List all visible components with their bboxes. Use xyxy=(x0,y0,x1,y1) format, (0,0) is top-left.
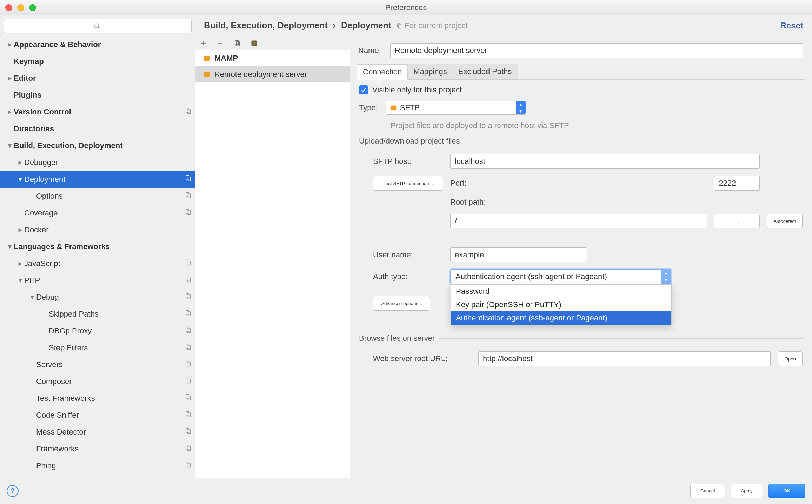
svg-rect-15 xyxy=(187,295,191,299)
test-connection-button[interactable]: Test SFTP connection... xyxy=(373,176,443,191)
server-name-input[interactable] xyxy=(390,43,803,58)
svg-rect-2 xyxy=(186,108,189,113)
window-title: Preferences xyxy=(0,3,812,12)
add-server-button[interactable] xyxy=(198,38,209,48)
sidebar-item-deployment[interactable]: ▼Deployment xyxy=(0,171,195,188)
visible-only-checkbox[interactable] xyxy=(359,85,368,94)
sidebar-item-debugger[interactable]: ►Debugger xyxy=(0,154,195,171)
server-list[interactable]: MAMPRemote deployment server xyxy=(195,50,350,82)
svg-rect-24 xyxy=(186,378,189,382)
sidebar-item-languages-frameworks[interactable]: ▼Languages & Frameworks xyxy=(0,238,195,255)
sidebar-item-label: Editor xyxy=(14,74,192,83)
remove-server-button[interactable] xyxy=(215,38,226,48)
sidebar-item-directories[interactable]: Directories xyxy=(0,120,195,137)
sidebar-item-label: Debugger xyxy=(24,158,192,167)
sidebar-item-label: Options xyxy=(36,192,185,201)
sidebar-item-skipped-paths[interactable]: Skipped Paths xyxy=(0,306,195,323)
autodetect-button[interactable]: Autodetect xyxy=(767,214,803,228)
server-item-label: MAMP xyxy=(214,54,238,63)
sidebar-item-label: JavaScript xyxy=(24,259,185,268)
svg-rect-30 xyxy=(186,429,189,433)
cancel-button[interactable]: Cancel xyxy=(690,484,725,498)
type-select[interactable]: SFTP ▲▼ xyxy=(386,101,526,115)
disclosure-arrow-icon: ► xyxy=(16,260,24,267)
settings-tree[interactable]: ►Appearance & BehaviorKeymap►EditorPlugi… xyxy=(0,36,195,478)
breadcrumb-parent[interactable]: Build, Execution, Deployment xyxy=(204,20,328,30)
port-input[interactable] xyxy=(714,176,760,191)
svg-point-0 xyxy=(94,24,99,28)
sftp-host-input[interactable] xyxy=(450,154,760,169)
tab-connection[interactable]: Connection xyxy=(357,64,408,80)
auth-option-agent[interactable]: Authentication agent (ssh-agent or Pagea… xyxy=(451,311,671,325)
advanced-options-button[interactable]: Advanced options... xyxy=(373,296,430,311)
sidebar-item-label: Skipped Paths xyxy=(49,310,185,319)
sidebar-item-label: Languages & Frameworks xyxy=(14,242,192,251)
root-path-input[interactable] xyxy=(450,214,707,228)
sidebar-item-debug[interactable]: ▼Debug xyxy=(0,289,195,306)
svg-rect-23 xyxy=(187,362,191,366)
sidebar-item-php[interactable]: ▼PHP xyxy=(0,272,195,289)
svg-rect-5 xyxy=(187,177,191,181)
project-scope-icon xyxy=(185,377,192,386)
tab-excluded-paths[interactable]: Excluded Paths xyxy=(453,64,518,79)
sidebar-item-dbgp-proxy[interactable]: DBGp Proxy xyxy=(0,323,195,339)
sidebar-item-test-frameworks[interactable]: Test Frameworks xyxy=(0,390,195,407)
server-item-remote-deployment-server[interactable]: Remote deployment server xyxy=(195,66,350,82)
type-label: Type: xyxy=(359,103,378,112)
sidebar-item-servers[interactable]: Servers xyxy=(0,356,195,373)
reset-link[interactable]: Reset xyxy=(780,21,803,31)
sidebar-item-coverage[interactable]: Coverage xyxy=(0,205,195,221)
project-scope-icon xyxy=(185,326,192,336)
settings-search[interactable] xyxy=(4,19,192,33)
sidebar-item-phing[interactable]: Phing xyxy=(0,457,195,474)
ok-button[interactable]: OK xyxy=(768,484,805,498)
tab-mappings[interactable]: Mappings xyxy=(408,64,452,79)
server-icon xyxy=(202,54,211,62)
svg-rect-11 xyxy=(187,261,191,265)
disclosure-arrow-icon: ▼ xyxy=(6,142,14,150)
type-hint: Project files are deployed to a remote h… xyxy=(391,121,803,130)
username-input[interactable] xyxy=(450,247,587,262)
sidebar-item-options[interactable]: Options xyxy=(0,188,195,205)
sidebar-item-label: DBGp Proxy xyxy=(49,326,185,336)
svg-rect-31 xyxy=(187,430,191,434)
auth-option-keypair[interactable]: Key pair (OpenSSH or PuTTY) xyxy=(451,298,671,311)
type-value: SFTP xyxy=(400,103,420,112)
web-root-input[interactable] xyxy=(478,351,771,366)
sidebar-item-code-sniffer[interactable]: Code Sniffer xyxy=(0,407,195,424)
detail-tabs: Connection Mappings Excluded Paths xyxy=(357,64,805,80)
project-scope-icon xyxy=(185,208,192,218)
disclosure-arrow-icon: ► xyxy=(6,108,14,116)
sidebar-item-mess-detector[interactable]: Mess Detector xyxy=(0,424,195,440)
sidebar-item-version-control[interactable]: ►Version Control xyxy=(0,104,195,120)
sidebar-item-editor[interactable]: ►Editor xyxy=(0,70,195,87)
sftp-icon xyxy=(390,104,397,112)
sidebar-item-docker[interactable]: ►Docker xyxy=(0,221,195,238)
scope-badge: For current project xyxy=(396,21,468,30)
sidebar-item-appearance-behavior[interactable]: ►Appearance & Behavior xyxy=(0,36,195,53)
apply-button[interactable]: Apply xyxy=(731,484,763,498)
sidebar-item-plugins[interactable]: Plugins xyxy=(0,87,195,104)
copy-server-button[interactable] xyxy=(232,38,242,48)
sidebar-item-composer[interactable]: Composer xyxy=(0,373,195,390)
svg-rect-41 xyxy=(235,40,238,45)
auth-type-select[interactable]: Authentication agent (ssh-agent or Pagea… xyxy=(450,269,671,284)
open-url-button[interactable]: Open xyxy=(778,351,803,366)
browse-root-button[interactable]: ... xyxy=(714,214,760,228)
svg-rect-13 xyxy=(187,278,191,282)
help-button[interactable]: ? xyxy=(7,485,19,497)
sidebar-item-step-filters[interactable]: Step Filters xyxy=(0,339,195,356)
sidebar-item-label: Debug xyxy=(36,293,185,302)
svg-rect-8 xyxy=(186,210,189,214)
sidebar-item-keymap[interactable]: Keymap xyxy=(0,53,195,70)
disclosure-arrow-icon: ▼ xyxy=(6,243,14,251)
server-item-mamp[interactable]: MAMP xyxy=(195,50,350,66)
project-scope-icon xyxy=(185,461,192,470)
sidebar-item-frameworks[interactable]: Frameworks xyxy=(0,440,195,457)
sidebar-item-build-execution-deployment[interactable]: ▼Build, Execution, Deployment xyxy=(0,137,195,154)
sidebar-item-javascript[interactable]: ►JavaScript xyxy=(0,255,195,272)
project-scope-icon xyxy=(185,293,192,302)
project-scope-icon xyxy=(185,310,192,319)
auth-option-password[interactable]: Password xyxy=(451,285,671,298)
set-default-button[interactable] xyxy=(249,38,259,48)
